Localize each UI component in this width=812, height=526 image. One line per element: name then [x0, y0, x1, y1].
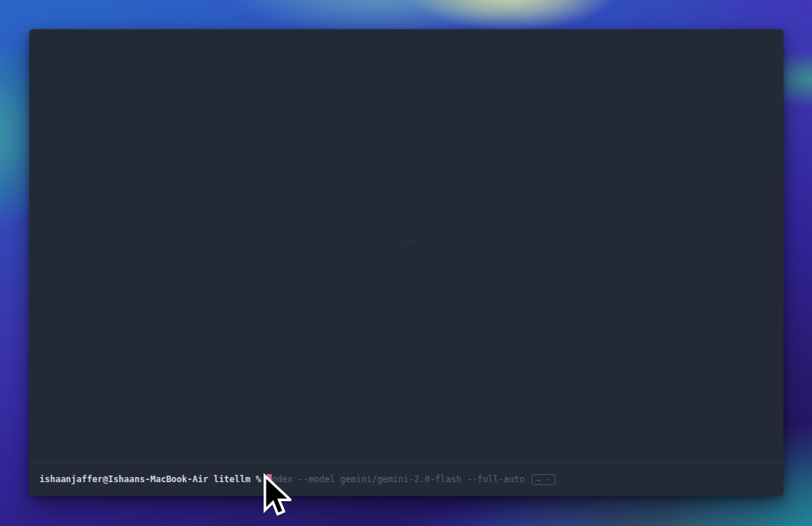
terminal-window[interactable]: ··· ishaanjaffer@Ishaans-MacBook-Air lit… — [29, 29, 784, 496]
terminal-output-area: ··· — [29, 29, 784, 462]
command-prompt-line[interactable]: ishaanjaffer@Ishaans-MacBook-Air litellm… — [29, 463, 784, 496]
text-cursor: c — [267, 474, 272, 485]
autosuggestion-text: odex --model gemini/gemini-2.0-flash --f… — [272, 474, 525, 485]
suggestion-accept-hint-badge[interactable]: → · — [532, 474, 556, 485]
loading-ellipsis: ··· — [399, 235, 421, 245]
prompt-context: ishaanjaffer@Ishaans-MacBook-Air litellm… — [39, 474, 267, 485]
